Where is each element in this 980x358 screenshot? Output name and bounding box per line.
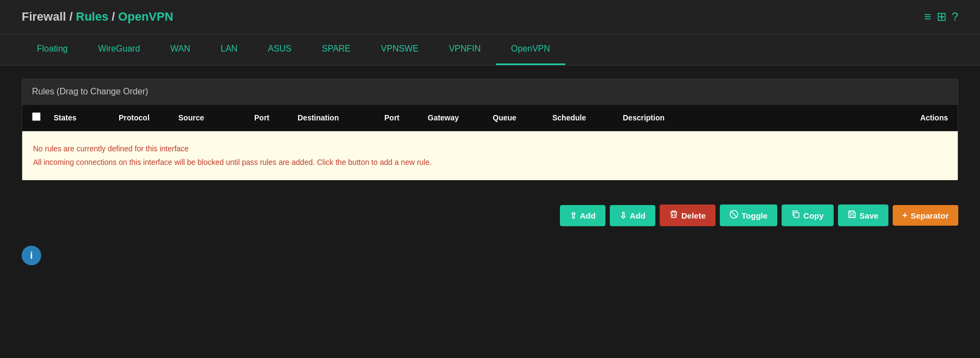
- add-up-icon: ⇧: [570, 210, 577, 221]
- col-header-description: Description: [623, 113, 731, 122]
- toggle-label: Toggle: [742, 211, 768, 220]
- breadcrumb-openvpn[interactable]: OpenVPN: [118, 10, 173, 24]
- rules-section: Rules (Drag to Change Order) States Prot…: [22, 79, 958, 181]
- warning-box: No rules are currently defined for this …: [22, 131, 958, 180]
- table-view-icon[interactable]: ⊞: [937, 10, 946, 24]
- col-header-source: Source: [178, 113, 254, 122]
- tab-spare[interactable]: SPARE: [307, 34, 366, 65]
- list-view-icon[interactable]: ≡: [924, 10, 931, 24]
- rules-title: Rules (Drag to Change Order): [32, 87, 148, 96]
- main-content: Rules (Drag to Change Order) States Prot…: [0, 66, 980, 194]
- svg-rect-2: [794, 213, 799, 218]
- tab-wan[interactable]: WAN: [155, 34, 205, 65]
- svg-line-1: [731, 211, 737, 218]
- action-bar: ⇧ Add ⇩ Add Delete Toggle Copy: [0, 194, 980, 237]
- info-icon: i: [30, 250, 33, 261]
- col-header-states: States: [54, 113, 119, 122]
- breadcrumb-firewall: Firewall: [22, 10, 66, 24]
- copy-label: Copy: [803, 211, 824, 220]
- add-down-icon: ⇩: [620, 210, 627, 221]
- toggle-icon: [730, 210, 738, 221]
- header-icons: ≡ ⊞ ?: [924, 10, 958, 24]
- tab-openvpn[interactable]: OpenVPN: [496, 34, 565, 65]
- toggle-button[interactable]: Toggle: [720, 204, 777, 226]
- col-header-protocol: Protocol: [119, 113, 178, 122]
- col-header-queue: Queue: [493, 113, 552, 122]
- separator-icon: +: [902, 210, 907, 220]
- tab-floating[interactable]: Floating: [22, 34, 83, 65]
- col-header-gateway: Gateway: [428, 113, 493, 122]
- separator-button[interactable]: + Separator: [893, 205, 958, 226]
- add-down-button[interactable]: ⇩ Add: [610, 205, 655, 226]
- help-icon[interactable]: ?: [952, 10, 958, 24]
- info-button[interactable]: i: [22, 246, 41, 265]
- add-up-button[interactable]: ⇧ Add: [560, 205, 605, 226]
- save-label: Save: [860, 211, 879, 220]
- warning-line2: All incoming connections on this interfa…: [33, 156, 947, 169]
- delete-button[interactable]: Delete: [660, 204, 715, 226]
- page-header: Firewall / Rules / OpenVPN ≡ ⊞ ?: [0, 0, 980, 34]
- tab-vpnswe[interactable]: VPNSWE: [366, 34, 434, 65]
- breadcrumb: Firewall / Rules / OpenVPN: [22, 10, 173, 24]
- save-icon: [848, 210, 856, 221]
- separator-label: Separator: [911, 211, 949, 220]
- select-all-checkbox[interactable]: [32, 112, 41, 121]
- delete-label: Delete: [681, 211, 706, 220]
- col-header-port: Port: [254, 113, 298, 122]
- add-down-label: Add: [630, 211, 646, 220]
- copy-icon: [791, 210, 800, 221]
- select-all-checkbox-container[interactable]: [32, 112, 54, 123]
- rules-section-header: Rules (Drag to Change Order): [22, 79, 958, 105]
- col-header-destination: Destination: [298, 113, 384, 122]
- save-button[interactable]: Save: [838, 204, 888, 226]
- breadcrumb-rules[interactable]: Rules: [76, 10, 108, 24]
- tabs-bar: Floating WireGuard WAN LAN ASUS SPARE VP…: [0, 34, 980, 66]
- delete-icon: [669, 210, 678, 221]
- copy-button[interactable]: Copy: [782, 204, 834, 226]
- add-up-label: Add: [580, 211, 596, 220]
- tab-lan[interactable]: LAN: [205, 34, 253, 65]
- tab-asus[interactable]: ASUS: [253, 34, 307, 65]
- col-header-actions: Actions: [731, 113, 948, 122]
- table-header: States Protocol Source Port Destination …: [22, 105, 958, 131]
- tab-wireguard[interactable]: WireGuard: [83, 34, 155, 65]
- warning-line1: No rules are currently defined for this …: [33, 142, 947, 156]
- tab-vpnfin[interactable]: VPNFIN: [434, 34, 496, 65]
- breadcrumb-sep2: /: [112, 10, 115, 24]
- col-header-port2: Port: [384, 113, 428, 122]
- col-header-schedule: Schedule: [552, 113, 623, 122]
- breadcrumb-sep1: /: [69, 10, 73, 24]
